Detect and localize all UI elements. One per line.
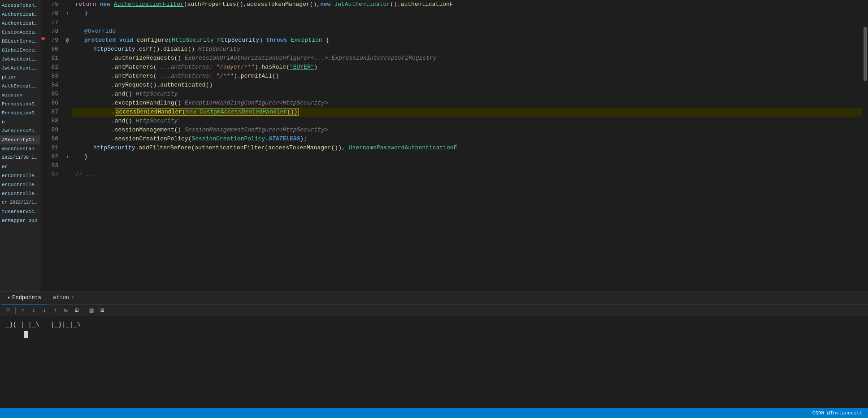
sidebar-item-24[interactable]: erMapper 202 <box>0 216 40 225</box>
ascii-line-1: _)( | |_\ |_)|_|_\ <box>5 320 863 330</box>
line-number: 90 <box>40 135 63 144</box>
sidebar-item-2[interactable]: AuthenticationF <box>0 19 40 28</box>
toolbar-grid-btn[interactable]: ⊡ <box>72 306 81 315</box>
gutter-icon-area <box>63 170 72 179</box>
code-line-84[interactable]: .anyRequest().authenticated() <box>72 81 862 90</box>
gutter-icon-area <box>63 0 72 9</box>
scroll-up-icon: ⬆ <box>66 11 69 16</box>
sidebar-item-13[interactable]: n <box>0 118 40 126</box>
sidebar-item-21[interactable]: erController 2t <box>0 189 40 198</box>
code-line-86[interactable]: .exceptionHandling() ExceptionHandlingCo… <box>72 99 862 108</box>
code-editor: 75 return new AuthenticationFilter(authP… <box>40 0 862 292</box>
toolbar-scroll-up-btn[interactable]: ↑ <box>18 306 27 315</box>
terminal-indent <box>5 330 24 340</box>
tab-close-icon[interactable]: × <box>72 296 74 300</box>
table-row: 78 @Override <box>40 27 862 36</box>
sidebar: AccessTokenMa AuthenticationF Authentica… <box>0 0 40 292</box>
gutter-icon-area <box>63 81 72 90</box>
table-row: 92 ⬇ } <box>40 152 862 161</box>
sidebar-item-9[interactable]: AuthException <box>0 82 40 91</box>
code-line-88[interactable]: .and() HttpSecurity <box>72 117 862 126</box>
code-line-77[interactable] <box>72 18 862 27</box>
code-line-93[interactable] <box>72 161 862 170</box>
toolbar-download-btn[interactable]: ↓ <box>29 306 38 315</box>
scroll-thumb[interactable] <box>864 27 867 81</box>
gutter-icon-area <box>63 144 72 152</box>
sidebar-item-6[interactable]: JwtAuthenticati <box>0 55 40 64</box>
sidebar-item-17[interactable]: 2022/11/30 13:59 <box>0 153 40 162</box>
code-line-91[interactable]: httpSecurity.addFilterBefore(authenticat… <box>72 144 862 152</box>
sidebar-item-19[interactable]: erController 2t <box>0 171 40 180</box>
code-line-82[interactable]: .antMatchers( ...antPatterns: "/buyer/**… <box>72 63 862 72</box>
code-line-76[interactable]: } <box>72 9 862 18</box>
table-row: 82 .antMatchers( ...antPatterns: "/buyer… <box>40 63 862 72</box>
line-number: 94 <box>40 170 63 179</box>
sidebar-item-20[interactable]: erController 2t <box>0 180 40 189</box>
sidebar-item-16[interactable]: mmonConstants <box>0 144 40 153</box>
code-line-94[interactable]: // ... <box>72 170 862 179</box>
sidebar-item-1[interactable]: AuthenticationF <box>0 10 40 19</box>
line-number: 75 <box>40 0 63 9</box>
code-line-78[interactable]: @Override <box>72 27 862 36</box>
sidebar-item-3[interactable]: CustomAccessD <box>0 28 40 37</box>
gutter-icon-area: @ <box>63 36 72 45</box>
toolbar-table-btn[interactable]: ▤ <box>87 306 96 315</box>
code-line-90[interactable]: .sessionCreationPolicy(SessionCreationPo… <box>72 135 862 144</box>
table-row: 77 <box>40 18 862 27</box>
code-line-81[interactable]: .authorizeRequests() ExpressionUrlAuthor… <box>72 54 862 63</box>
toolbar-upload-btn[interactable]: ↑ <box>51 306 60 315</box>
gutter-icon-area <box>63 72 72 81</box>
code-line-75[interactable]: return new AuthenticationFilter(authProp… <box>72 0 862 9</box>
terminal-cursor <box>24 331 28 338</box>
ascii-art-text: _)( | |_\ |_)|_|_\ <box>5 321 81 328</box>
terminal-area[interactable]: _)( | |_\ |_)|_|_\ <box>0 316 868 408</box>
bookmark-icon: @ <box>66 38 69 43</box>
sidebar-item-18[interactable]: er <box>0 162 40 171</box>
table-row: 84 .anyRequest().authenticated() <box>40 81 862 90</box>
code-line-85[interactable]: .and() HttpSecurity <box>72 90 862 99</box>
gutter-icon-area <box>63 27 72 36</box>
gutter-icon-area <box>63 99 72 108</box>
toolbar-menu-btn[interactable]: ≡ <box>4 306 13 315</box>
sidebar-item-11[interactable]: PermissionServ <box>0 100 40 109</box>
sidebar-item-12[interactable]: PermissionServ <box>0 109 40 118</box>
sidebar-item-4[interactable]: DBUserService <box>0 37 40 46</box>
sidebar-item-14[interactable]: JwtAccessToke <box>0 126 40 135</box>
gutter-icon-area <box>63 63 72 72</box>
line-number: 85 <box>40 90 63 99</box>
line-number: 91 <box>40 144 63 152</box>
sidebar-item-10[interactable]: mission <box>0 91 40 100</box>
gutter-icon-area <box>63 18 72 27</box>
code-line-87[interactable]: .accessDeniedHandler(new CustomAccessDen… <box>72 108 862 117</box>
sidebar-item-22[interactable]: er 2022/12/1 9 <box>0 198 40 207</box>
sidebar-item-23[interactable]: tUserServiceIn <box>0 207 40 216</box>
line-number: 88 <box>40 117 63 126</box>
sidebar-item-8[interactable]: ption <box>0 73 40 82</box>
scrollbar[interactable] <box>862 0 868 292</box>
table-row: 76 ⬆ } <box>40 9 862 18</box>
code-line-80[interactable]: httpSecurity.csrf().disable() HttpSecuri… <box>72 45 862 54</box>
line-number: 80 <box>40 45 63 54</box>
tab-ation-label: ation <box>53 295 69 301</box>
tab-endpoints[interactable]: ⚡ Endpoints <box>2 292 47 305</box>
tab-ation[interactable]: ation × <box>48 292 80 305</box>
table-row: 83 .antMatchers( ...antPatterns: "/**").… <box>40 72 862 81</box>
gutter-icon-area <box>63 90 72 99</box>
code-line-89[interactable]: .sessionManagement() SessionManagementCo… <box>72 126 862 135</box>
toolbar-expand-btn[interactable]: ⊞ <box>98 306 107 315</box>
sidebar-item-5[interactable]: GlobalExceptio <box>0 46 40 55</box>
sidebar-item-7[interactable]: JwtAuthenticati <box>0 64 40 73</box>
toolbar-refresh-btn[interactable]: ↻ <box>61 306 70 315</box>
gutter-icon-area: ⬇ <box>63 152 72 161</box>
sidebar-item-15[interactable]: JSecurityConfig <box>0 135 40 144</box>
sidebar-item-0[interactable]: AccessTokenMa <box>0 1 40 10</box>
code-line-79[interactable]: protected void configure(HttpSecurity ht… <box>72 36 862 45</box>
gutter-icon-area <box>63 135 72 144</box>
gutter-icon-area <box>63 108 72 117</box>
table-row: 90 .sessionCreationPolicy(SessionCreatio… <box>40 135 862 144</box>
code-line-92[interactable]: } <box>72 152 862 161</box>
toolbar-download2-btn[interactable]: ↓ <box>40 306 49 315</box>
code-line-83[interactable]: .antMatchers( ...antPatterns: "/**").per… <box>72 72 862 81</box>
code-scroll[interactable]: 75 return new AuthenticationFilter(authP… <box>40 0 862 292</box>
table-row: 91 httpSecurity.addFilterBefore(authenti… <box>40 144 862 152</box>
